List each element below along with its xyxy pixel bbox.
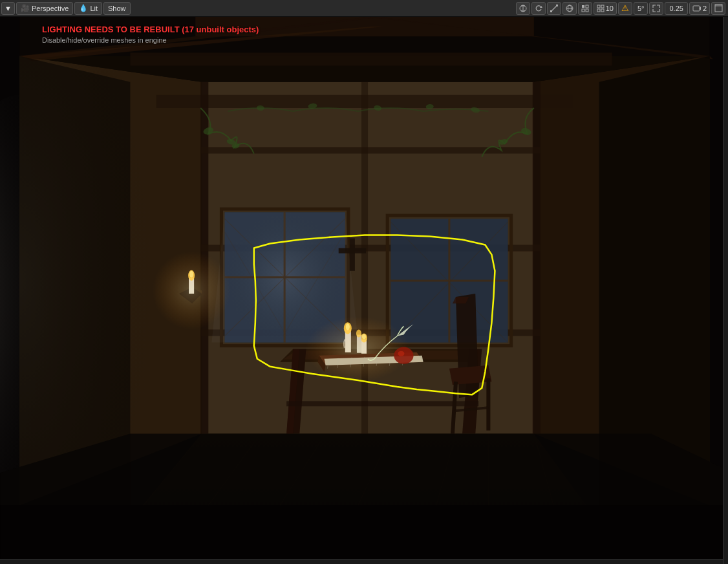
scale-value: 0.25 [669, 5, 683, 12]
camera-button[interactable]: 2 [689, 2, 710, 15]
grid-size-button[interactable]: 10 [594, 2, 617, 15]
svg-point-114 [398, 351, 404, 356]
degrees-value: 5° [637, 5, 645, 12]
svg-rect-9 [582, 5, 584, 8]
svg-rect-46 [533, 82, 541, 434]
warning-icon: ⚠ [621, 3, 629, 13]
rotate-icon [534, 4, 543, 13]
transform-local-button[interactable] [516, 2, 530, 15]
bottom-bar [0, 559, 723, 564]
right-panel [723, 17, 728, 564]
perspective-label: Perspective [32, 5, 69, 12]
svg-rect-4 [556, 5, 558, 6]
camera-count: 2 [703, 5, 707, 12]
maximize-icon [652, 5, 660, 12]
svg-point-113 [394, 347, 413, 364]
grid-icon [597, 5, 605, 12]
disable-hint-text: Disable/hide/override meshes in engine [42, 36, 167, 44]
show-label: Show [108, 5, 126, 12]
viewport-options-dropdown[interactable]: ▼ [1, 2, 15, 15]
svg-rect-11 [582, 9, 584, 12]
transform-local-icon [519, 4, 528, 13]
grid-number: 10 [606, 5, 614, 12]
viewport-toolbar: ▼ 🎥 Perspective 💧 Lit Show [0, 0, 728, 17]
show-button[interactable]: Show [103, 2, 131, 15]
svg-rect-5 [550, 10, 552, 12]
scale-value-badge[interactable]: 0.25 [665, 2, 687, 15]
snap-icon [581, 4, 590, 13]
svg-rect-14 [601, 5, 604, 8]
scene-3d-viewport[interactable] [0, 17, 728, 564]
svg-marker-121 [19, 56, 130, 505]
svg-rect-20 [715, 5, 722, 6]
dropdown-arrow-icon: ▼ [5, 5, 12, 12]
svg-point-102 [305, 316, 409, 382]
toolbar-left: ▼ 🎥 Perspective 💧 Lit Show [0, 2, 131, 15]
warning-button[interactable]: ⚠ [618, 2, 632, 15]
world-icon [565, 4, 574, 13]
restore-panel-icon [714, 4, 723, 12]
scale-button[interactable] [547, 2, 561, 15]
svg-rect-69 [350, 238, 355, 270]
degrees-badge[interactable]: 5° [634, 2, 648, 15]
svg-point-76 [153, 252, 231, 330]
lit-label: Lit [90, 5, 98, 12]
rotate-button[interactable] [531, 2, 546, 15]
svg-rect-10 [586, 5, 588, 8]
svg-marker-124 [0, 505, 728, 564]
lit-button[interactable]: 💧 Lit [74, 2, 102, 15]
snap-button[interactable] [578, 2, 592, 15]
perspective-button[interactable]: 🎥 Perspective [16, 2, 73, 15]
camera-icon [692, 5, 701, 12]
lighting-warning: LIGHTING NEEDS TO BE REBUILT (17 unbuilt… [42, 25, 259, 34]
svg-rect-16 [601, 9, 604, 12]
lit-icon: 💧 [79, 4, 88, 12]
svg-marker-43 [130, 52, 612, 65]
world-button[interactable] [562, 2, 577, 15]
maximize-icon-button[interactable] [649, 2, 663, 15]
scale-icon [550, 4, 559, 13]
svg-rect-15 [597, 9, 600, 12]
svg-rect-12 [586, 9, 588, 12]
svg-rect-17 [693, 6, 700, 11]
toolbar-right: 10 ⚠ 5° 0.25 2 [516, 2, 728, 15]
svg-rect-70 [339, 248, 366, 254]
perspective-icon: 🎥 [21, 4, 30, 12]
svg-rect-13 [597, 5, 600, 8]
svg-marker-93 [286, 401, 478, 406]
restore-panel-button[interactable] [711, 2, 725, 15]
viewport[interactable]: LIGHTING NEEDS TO BE REBUILT (17 unbuilt… [0, 17, 728, 564]
